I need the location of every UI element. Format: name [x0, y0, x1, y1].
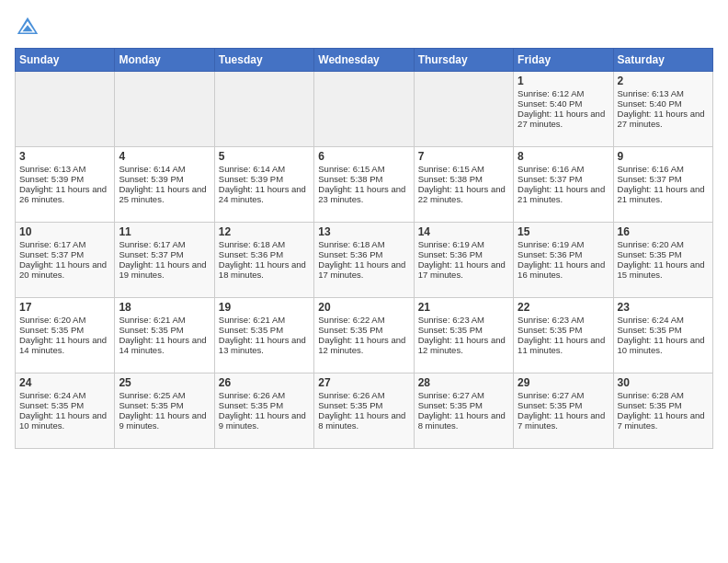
calendar-cell: 30Sunrise: 6:28 AMSunset: 5:35 PMDayligh… [613, 373, 712, 449]
day-number: 24 [19, 376, 110, 389]
day-info: Daylight: 11 hours and 25 minutes. [119, 184, 210, 204]
calendar-cell: 15Sunrise: 6:19 AMSunset: 5:36 PMDayligh… [514, 223, 613, 298]
day-number: 22 [518, 301, 609, 314]
header-saturday: Saturday [613, 49, 712, 72]
calendar: SundayMondayTuesdayWednesdayThursdayFrid… [15, 48, 713, 449]
day-info: Daylight: 11 hours and 13 minutes. [219, 335, 310, 355]
day-info: Daylight: 11 hours and 9 minutes. [219, 410, 310, 431]
day-info: Daylight: 11 hours and 7 minutes. [618, 410, 709, 431]
day-number: 11 [119, 225, 210, 238]
day-info: Sunrise: 6:26 AM [318, 390, 409, 400]
day-info: Sunset: 5:35 PM [318, 400, 409, 410]
day-info: Sunset: 5:40 PM [618, 98, 709, 109]
calendar-cell: 22Sunrise: 6:23 AMSunset: 5:35 PMDayligh… [514, 298, 613, 373]
header-friday: Friday [514, 49, 613, 72]
day-number: 14 [418, 225, 509, 238]
week-row-4: 17Sunrise: 6:20 AMSunset: 5:35 PMDayligh… [16, 298, 713, 373]
day-info: Daylight: 11 hours and 10 minutes. [618, 335, 709, 355]
day-info: Daylight: 11 hours and 21 minutes. [518, 184, 609, 204]
day-info: Sunset: 5:36 PM [518, 249, 609, 259]
day-info: Sunrise: 6:13 AM [618, 88, 709, 98]
header-tuesday: Tuesday [214, 49, 313, 72]
day-info: Sunrise: 6:14 AM [119, 164, 210, 174]
week-row-5: 24Sunrise: 6:24 AMSunset: 5:35 PMDayligh… [16, 373, 713, 449]
day-info: Sunrise: 6:22 AM [318, 315, 409, 325]
calendar-cell: 14Sunrise: 6:19 AMSunset: 5:36 PMDayligh… [414, 223, 513, 298]
day-info: Sunrise: 6:25 AM [119, 390, 210, 400]
day-number: 19 [219, 301, 310, 314]
day-info: Sunrise: 6:23 AM [418, 315, 509, 325]
day-info: Daylight: 11 hours and 16 minutes. [518, 259, 609, 280]
day-info: Sunset: 5:35 PM [618, 400, 709, 410]
page: SundayMondayTuesdayWednesdayThursdayFrid… [0, 0, 728, 563]
calendar-cell: 9Sunrise: 6:16 AMSunset: 5:37 PMDaylight… [613, 147, 712, 223]
calendar-cell: 11Sunrise: 6:17 AMSunset: 5:37 PMDayligh… [115, 223, 214, 298]
calendar-cell [414, 72, 513, 147]
day-number: 7 [418, 150, 509, 163]
header-thursday: Thursday [414, 49, 513, 72]
day-info: Sunset: 5:35 PM [518, 325, 609, 335]
calendar-cell: 3Sunrise: 6:13 AMSunset: 5:39 PMDaylight… [16, 147, 115, 223]
day-info: Daylight: 11 hours and 8 minutes. [318, 410, 409, 431]
week-row-2: 3Sunrise: 6:13 AMSunset: 5:39 PMDaylight… [16, 147, 713, 223]
day-number: 5 [219, 150, 310, 163]
day-info: Daylight: 11 hours and 20 minutes. [19, 259, 110, 280]
day-info: Sunrise: 6:14 AM [219, 164, 310, 174]
day-info: Sunrise: 6:15 AM [318, 164, 409, 174]
day-info: Daylight: 11 hours and 8 minutes. [418, 410, 509, 431]
day-number: 12 [219, 225, 310, 238]
day-info: Sunrise: 6:18 AM [318, 239, 409, 249]
day-number: 10 [19, 225, 110, 238]
calendar-cell [16, 72, 115, 147]
calendar-cell: 6Sunrise: 6:15 AMSunset: 5:38 PMDaylight… [314, 147, 414, 223]
day-info: Sunset: 5:37 PM [19, 249, 110, 259]
calendar-cell: 29Sunrise: 6:27 AMSunset: 5:35 PMDayligh… [514, 373, 613, 449]
day-info: Sunset: 5:35 PM [618, 249, 709, 259]
calendar-cell [314, 72, 414, 147]
calendar-cell: 27Sunrise: 6:26 AMSunset: 5:35 PMDayligh… [314, 373, 414, 449]
calendar-cell: 17Sunrise: 6:20 AMSunset: 5:35 PMDayligh… [16, 298, 115, 373]
day-info: Daylight: 11 hours and 10 minutes. [19, 410, 110, 431]
day-number: 1 [518, 75, 609, 87]
day-info: Sunrise: 6:15 AM [418, 164, 509, 174]
week-row-1: 1Sunrise: 6:12 AMSunset: 5:40 PMDaylight… [16, 72, 713, 147]
day-info: Sunrise: 6:17 AM [119, 239, 210, 249]
calendar-cell: 23Sunrise: 6:24 AMSunset: 5:35 PMDayligh… [613, 298, 712, 373]
day-info: Sunrise: 6:28 AM [618, 390, 709, 400]
day-number: 17 [19, 301, 110, 314]
day-info: Daylight: 11 hours and 15 minutes. [618, 259, 709, 280]
day-info: Daylight: 11 hours and 19 minutes. [119, 259, 210, 280]
day-info: Daylight: 11 hours and 7 minutes. [518, 410, 609, 431]
day-info: Sunrise: 6:21 AM [119, 315, 210, 325]
day-number: 30 [618, 376, 709, 389]
day-info: Sunset: 5:35 PM [219, 325, 310, 335]
day-info: Sunset: 5:36 PM [318, 249, 409, 259]
day-info: Daylight: 11 hours and 22 minutes. [418, 184, 509, 204]
day-info: Sunrise: 6:27 AM [518, 390, 609, 400]
day-info: Sunset: 5:38 PM [418, 174, 509, 184]
day-info: Sunrise: 6:23 AM [518, 315, 609, 325]
day-info: Sunrise: 6:17 AM [19, 239, 110, 249]
day-info: Sunrise: 6:24 AM [618, 315, 709, 325]
day-info: Sunset: 5:39 PM [219, 174, 310, 184]
calendar-cell: 25Sunrise: 6:25 AMSunset: 5:35 PMDayligh… [115, 373, 214, 449]
day-info: Daylight: 11 hours and 27 minutes. [618, 109, 709, 129]
day-info: Daylight: 11 hours and 12 minutes. [318, 335, 409, 355]
calendar-cell: 28Sunrise: 6:27 AMSunset: 5:35 PMDayligh… [414, 373, 513, 449]
day-number: 15 [518, 225, 609, 238]
day-info: Daylight: 11 hours and 9 minutes. [119, 410, 210, 431]
day-info: Sunset: 5:35 PM [618, 325, 709, 335]
calendar-cell: 19Sunrise: 6:21 AMSunset: 5:35 PMDayligh… [214, 298, 313, 373]
day-info: Sunrise: 6:12 AM [518, 88, 609, 98]
day-info: Sunrise: 6:16 AM [518, 164, 609, 174]
day-info: Daylight: 11 hours and 17 minutes. [318, 259, 409, 280]
header-row: SundayMondayTuesdayWednesdayThursdayFrid… [16, 49, 713, 72]
header [15, 15, 713, 40]
day-info: Sunset: 5:37 PM [618, 174, 709, 184]
day-info: Sunset: 5:40 PM [518, 98, 609, 109]
calendar-cell: 2Sunrise: 6:13 AMSunset: 5:40 PMDaylight… [613, 72, 712, 147]
day-number: 27 [318, 376, 409, 389]
day-info: Sunset: 5:36 PM [219, 249, 310, 259]
day-number: 21 [418, 301, 509, 314]
day-info: Daylight: 11 hours and 11 minutes. [518, 335, 609, 355]
